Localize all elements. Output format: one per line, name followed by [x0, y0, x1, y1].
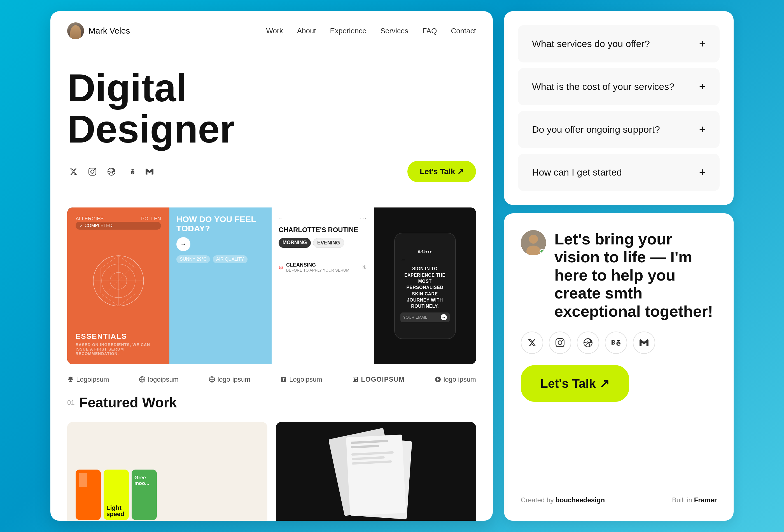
navigation: Mark Veles Work About Experience Service…	[50, 11, 493, 50]
preview-card-essentials: ALLERGIES POLLEN COMPLETED	[67, 207, 169, 364]
svg-point-11	[529, 235, 538, 244]
logo-1: Logoipsum	[67, 375, 109, 383]
nav-work[interactable]: Work	[266, 27, 283, 35]
cta-footer: Created by boucheedesign Built in Framer	[521, 496, 717, 504]
behance-icon[interactable]	[124, 166, 137, 178]
work-card-1[interactable]: Light speed Greemoo...	[67, 422, 268, 521]
logo-3: logo-ipsum	[208, 375, 250, 383]
cta-instagram-icon[interactable]	[549, 332, 571, 354]
nav-links: Work About Experience Services FAQ Conta…	[266, 27, 476, 35]
circle-design	[90, 253, 146, 309]
hero-actions: Let's Talk ↗	[67, 161, 476, 182]
email-icon[interactable]	[143, 166, 156, 178]
hero-title: Digital Designer	[67, 67, 476, 149]
portfolio-panel: Mark Veles Work About Experience Service…	[50, 11, 493, 521]
app-orange	[76, 470, 101, 520]
work-grid: Light speed Greemoo...	[67, 422, 476, 521]
hero-section: Digital Designer	[50, 50, 493, 207]
cta-dribbble-icon[interactable]	[577, 332, 599, 354]
cta-email-icon[interactable]	[633, 332, 655, 354]
faq-item-3[interactable]: Do you offer ongoing support? +	[518, 111, 720, 148]
phone-mockup: 9:41 ●●● ← SIGN IN TO EXPERIENCE THE MOS…	[394, 233, 456, 339]
cta-x-icon[interactable]	[521, 332, 543, 354]
brand: Mark Veles	[67, 22, 130, 39]
faq-card: What services do you offer? + What is th…	[504, 11, 734, 205]
app-yellow: Light speed	[104, 470, 129, 520]
social-icons	[67, 166, 156, 178]
nav-contact[interactable]: Contact	[451, 27, 476, 35]
preview-card-routine: ← ··· CHARLOTTE'S ROUTINE MORNING EVENIN…	[272, 207, 374, 364]
time-tags: MORNING EVENING	[279, 238, 367, 248]
logo-4: Logoipsum	[280, 375, 322, 383]
app-green: Greemoo...	[132, 470, 157, 520]
x-icon[interactable]	[67, 166, 80, 178]
preview-card-phone: 9:41 ●●● ← SIGN IN TO EXPERIENCE THE MOS…	[374, 207, 476, 364]
cta-social-icons	[521, 332, 717, 354]
nav-faq[interactable]: FAQ	[422, 27, 437, 35]
nav-experience[interactable]: Experience	[330, 27, 366, 35]
faq-item-2[interactable]: What is the cost of your services? +	[518, 68, 720, 105]
feel-arrow: →	[176, 237, 190, 251]
brand-avatar	[67, 22, 84, 39]
online-indicator	[539, 249, 544, 254]
right-panel: What services do you offer? + What is th…	[504, 11, 734, 521]
cta-avatar	[521, 230, 546, 255]
cta-header: Let's bring your vision to life — I'm he…	[521, 230, 717, 320]
nav-services[interactable]: Services	[381, 27, 409, 35]
cta-behance-icon[interactable]	[605, 332, 627, 354]
cta-lets-talk-button[interactable]: Let's Talk ↗	[521, 365, 629, 402]
logos-bar: Logoipsum logoipsum logo-ipsum Logoipsum…	[50, 364, 493, 394]
logo-6: logo ipsum	[435, 375, 476, 383]
completed-badge: COMPLETED	[76, 222, 161, 230]
preview-card-feel: HOW DO YOU FEEL TODAY? → SUNNY 29°C AIR …	[169, 207, 272, 364]
work-card-2[interactable]	[276, 422, 476, 521]
nav-about[interactable]: About	[297, 27, 316, 35]
faq-item-4[interactable]: How can I get started +	[518, 154, 720, 191]
faq-plus-2: +	[699, 80, 706, 93]
cta-card: Let's bring your vision to life — I'm he…	[504, 213, 734, 521]
logo-5: LOGOIPSUM	[352, 375, 404, 383]
faq-plus-1: +	[699, 37, 706, 50]
featured-section: 01 Featured Work Light speed	[50, 394, 493, 521]
dribbble-icon[interactable]	[105, 166, 118, 178]
logo-2: logoipsum	[139, 375, 178, 383]
faq-plus-4: +	[699, 166, 706, 179]
instagram-icon[interactable]	[86, 166, 99, 178]
lets-talk-button[interactable]: Let's Talk ↗	[408, 161, 476, 182]
portfolio-preview: ALLERGIES POLLEN COMPLETED	[67, 207, 476, 364]
faq-item-1[interactable]: What services do you offer? +	[518, 25, 720, 62]
faq-plus-3: +	[699, 123, 706, 136]
brand-name: Mark Veles	[88, 26, 130, 35]
